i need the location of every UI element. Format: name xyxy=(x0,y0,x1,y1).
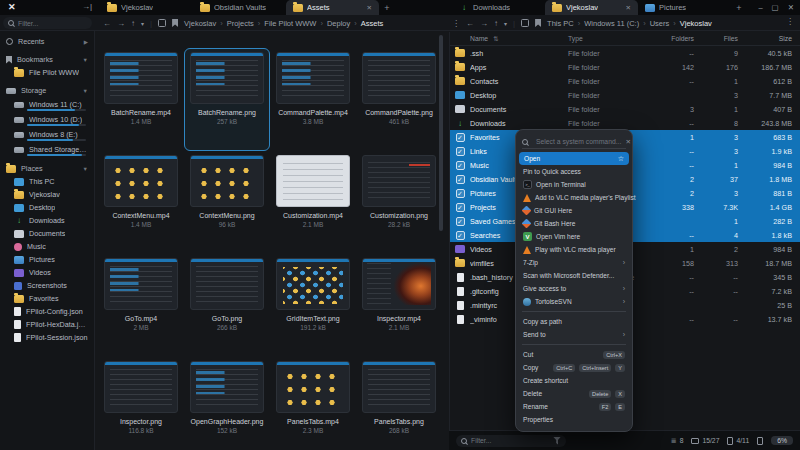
breadcrumb-segment-file-pilot-www[interactable]: File Pilot WWW xyxy=(264,19,316,28)
menu-item-git-bash-here[interactable]: Git Bash Here xyxy=(516,217,632,230)
sidebar-item-shared-storage-f[interactable]: Shared Storage (F:) xyxy=(0,142,94,157)
grid-item-opengraphheader-png[interactable]: OpenGraphHeader.png152 kB xyxy=(184,357,270,450)
grid-item-batchrename-mp4[interactable]: BatchRename.mp41.4 MB xyxy=(98,48,184,151)
table-row-ssh[interactable]: .sshFile folder--940.5 kB xyxy=(450,46,800,60)
breadcrumb-segment-projects[interactable]: Projects xyxy=(227,19,254,28)
sidebar-item-windows-8-e[interactable]: Windows 8 (E:) xyxy=(0,127,94,142)
sort-icon[interactable]: ⇅ xyxy=(493,35,498,43)
table-row-contacts[interactable]: ContactsFile folder--1612 B xyxy=(450,74,800,88)
performance-indicator[interactable]: 6% xyxy=(771,436,793,445)
sidebar-item-fpilot-config-json[interactable]: FPilot-Config.json xyxy=(0,305,94,318)
breadcrumb-segment-vjekoslav[interactable]: Vjekoslav xyxy=(184,19,216,28)
checkbox-checked-icon[interactable]: ✓ xyxy=(456,161,465,170)
grid-item-commandpalette-png[interactable]: CommandPalette.png461 kB xyxy=(356,48,442,151)
forward-icon[interactable]: → xyxy=(480,19,488,28)
sidebar-item-documents[interactable]: Documents xyxy=(0,227,94,240)
tab-pictures[interactable]: Pictures xyxy=(638,0,731,15)
sidebar-header-bookmarks[interactable]: Bookmarks▼ xyxy=(0,53,94,66)
sidebar-item-file-pilot-www[interactable]: File Pilot WWW xyxy=(0,66,94,79)
pane-menu-icon[interactable]: ⋮ xyxy=(786,17,794,26)
sidebar-item-vjekoslav[interactable]: Vjekoslav xyxy=(0,188,94,201)
pane-menu-icon[interactable]: ⋮ xyxy=(452,19,460,28)
sidebar-item-windows-10-d[interactable]: Windows 10 (D:) xyxy=(0,112,94,127)
menu-item-play-with-vlc-media-player[interactable]: Play with VLC media player xyxy=(516,243,632,256)
checkbox-checked-icon[interactable]: ✓ xyxy=(456,203,465,212)
close-button[interactable]: ✕ xyxy=(788,3,794,12)
sidebar-item-music[interactable]: Music xyxy=(0,240,94,253)
sidebar-item-fpilot-session-json[interactable]: FPilot-Session.json xyxy=(0,331,94,344)
column-files[interactable]: Files xyxy=(694,35,738,42)
menu-item-pin-to-quick-access[interactable]: Pin to Quick access xyxy=(516,165,632,178)
table-row-desktop[interactable]: DesktopFile folder37.7 MB xyxy=(450,88,800,102)
menu-item-add-to-vlc-media-player-s-playlist[interactable]: Add to VLC media player's Playlist xyxy=(516,191,632,204)
grid-item-contextmenu-png[interactable]: ContextMenu.png96 kB xyxy=(184,151,270,254)
new-folder-icon[interactable] xyxy=(521,19,529,27)
grid-item-inspector-png[interactable]: Inspector.png116.8 kB xyxy=(98,357,184,450)
sidebar-header-places[interactable]: Places▼ xyxy=(0,162,94,175)
grid-item-panelstabs-png[interactable]: PanelsTabs.png268 kB xyxy=(356,357,442,450)
sidebar-item-favorites[interactable]: Favorites xyxy=(0,292,94,305)
forward-icon[interactable]: → xyxy=(117,19,125,28)
breadcrumb-segment-assets[interactable]: Assets xyxy=(361,19,384,28)
menu-item-git-gui-here[interactable]: Git GUI Here xyxy=(516,204,632,217)
grid-item-customization-png[interactable]: Customization.png28.2 kB xyxy=(356,151,442,254)
menu-item-delete[interactable]: DeleteDeleteX xyxy=(516,387,632,400)
sidebar-header-storage[interactable]: Storage▼ xyxy=(0,84,94,97)
column-type[interactable]: Type xyxy=(568,35,583,42)
grid-item-panelstabs-mp4[interactable]: PanelsTabs.mp42.3 MB xyxy=(270,357,356,450)
chevron-down-icon[interactable]: ▼ xyxy=(83,166,88,172)
menu-item-create-shortcut[interactable]: Create shortcut xyxy=(516,374,632,387)
chevron-right-icon[interactable]: ▶ xyxy=(84,39,88,45)
left-breadcrumb[interactable]: Vjekoslav›Projects›File Pilot WWW›Deploy… xyxy=(184,19,383,28)
menu-item-give-access-to[interactable]: Give access to› xyxy=(516,282,632,295)
back-icon[interactable]: ← xyxy=(103,19,111,28)
breadcrumb-segment-vjekoslav[interactable]: Vjekoslav xyxy=(680,19,712,28)
document-icon[interactable] xyxy=(757,437,763,445)
sidebar-header-recents[interactable]: Recents▶ xyxy=(0,35,94,48)
chevron-down-icon[interactable]: ▼ xyxy=(83,57,88,63)
breadcrumb-segment-this-pc[interactable]: This PC xyxy=(547,19,574,28)
grid-item-griditemtext-png[interactable]: GridItemText.png191.2 kB xyxy=(270,254,356,357)
menu-item-tortoisesvn[interactable]: TortoiseSVN› xyxy=(516,295,632,308)
maximize-button[interactable]: ▢ xyxy=(772,3,779,12)
tab-vjekoslav[interactable]: Vjekoslav xyxy=(100,0,193,15)
grid-item-customization-mp4[interactable]: Customization.mp42.1 MB xyxy=(270,151,356,254)
context-menu-search[interactable]: Select a system command... ✕ xyxy=(522,135,626,149)
sidebar-toggle-icon[interactable]: →| xyxy=(82,2,92,11)
minimize-button[interactable]: – xyxy=(758,3,762,12)
menu-item-open[interactable]: Open☆ xyxy=(519,152,629,165)
menu-item-rename[interactable]: RenameF2E xyxy=(516,400,632,413)
column-size[interactable]: Size xyxy=(738,35,800,42)
sidebar-item-fpilot-hexdata-json[interactable]: FPilot-HexData.json xyxy=(0,318,94,331)
sidebar-item-this-pc[interactable]: This PC xyxy=(0,175,94,188)
breadcrumb-segment-users[interactable]: Users xyxy=(650,19,670,28)
table-row-documents[interactable]: DocumentsFile folder31407 B xyxy=(450,102,800,116)
history-dropdown-icon[interactable]: ▾ xyxy=(141,20,144,27)
sidebar-item-screenshots[interactable]: Screenshots xyxy=(0,279,94,292)
filter-options-icon[interactable] xyxy=(553,437,561,445)
breadcrumb-segment-deploy[interactable]: Deploy xyxy=(327,19,350,28)
chevron-down-icon[interactable]: ▼ xyxy=(83,88,88,94)
new-tab-button[interactable]: + xyxy=(379,0,395,15)
column-folders[interactable]: Folders xyxy=(656,35,694,42)
grid-item-batchrename-png[interactable]: BatchRename.png257 kB xyxy=(184,48,270,151)
menu-item-copy-as-path[interactable]: Copy as path xyxy=(516,315,632,328)
table-row-apps[interactable]: AppsFile folder142176186.7 MB xyxy=(450,60,800,74)
close-icon[interactable]: ✕ xyxy=(625,138,630,146)
sidebar-item-downloads[interactable]: ↓Downloads xyxy=(0,214,94,227)
checkbox-checked-icon[interactable]: ✓ xyxy=(456,133,465,142)
checkbox-checked-icon[interactable]: ✓ xyxy=(456,217,465,226)
right-breadcrumb[interactable]: This PC›Windows 11 (C:)›Users›Vjekoslav xyxy=(547,19,712,28)
menu-item-scan-with-microsoft-defender[interactable]: Scan with Microsoft Defender... xyxy=(516,269,632,282)
sidebar-item-desktop[interactable]: Desktop xyxy=(0,201,94,214)
history-dropdown-icon[interactable]: ▾ xyxy=(504,20,507,27)
new-tab-button[interactable]: + xyxy=(731,0,747,15)
bookmark-icon[interactable] xyxy=(172,19,178,27)
checkbox-checked-icon[interactable]: ✓ xyxy=(456,231,465,240)
menu-item-open-in-terminal[interactable]: >_Open in Terminal xyxy=(516,178,632,191)
checkbox-checked-icon[interactable]: ✓ xyxy=(456,175,465,184)
sidebar-item-pictures[interactable]: Pictures xyxy=(0,253,94,266)
column-name[interactable]: Name xyxy=(470,35,488,42)
table-row-downloads[interactable]: ↓DownloadsFile folder--8243.8 MB xyxy=(450,116,800,130)
grid-item-goto-png[interactable]: GoTo.png266 kB xyxy=(184,254,270,357)
